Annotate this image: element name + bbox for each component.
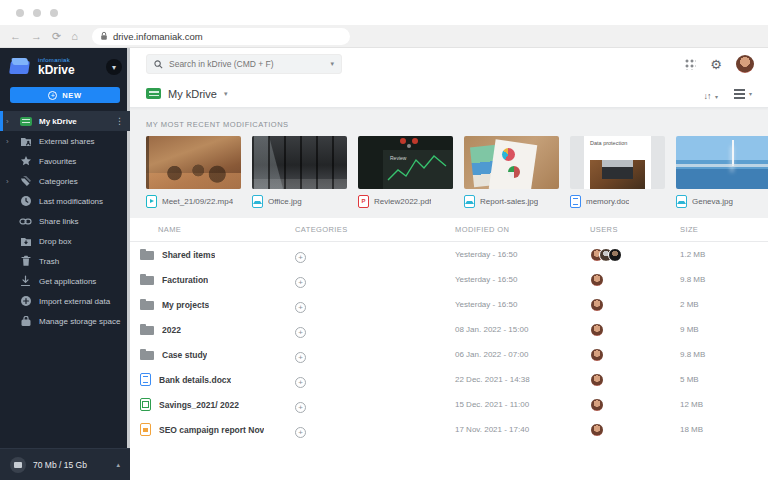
home-icon[interactable]: ⌂ (71, 31, 78, 42)
table-row[interactable]: SEO campaign report Nov + 17 Nov. 2021 -… (130, 417, 768, 442)
page-title[interactable]: My kDrive (168, 88, 217, 100)
column-header-users[interactable]: USERS (590, 225, 680, 234)
window-close-button[interactable] (16, 9, 24, 17)
sidebar-item-categories[interactable]: › Categories (0, 171, 130, 191)
table-header: NAME CATEGORIES MODIFIED ON USERS SIZE (130, 218, 768, 242)
kebab-menu-icon[interactable]: ⋮ (115, 116, 124, 126)
svg-text:Review: Review (390, 155, 407, 161)
search-filter-caret-icon[interactable]: ▾ (330, 60, 334, 68)
table-row[interactable]: My projects + Yesterday - 16:50 2 MB (130, 292, 768, 317)
forward-icon[interactable]: → (31, 31, 42, 42)
sidebar-item-import-external-data[interactable]: Import external data (0, 291, 130, 311)
sidebar-item-trash[interactable]: Trash (0, 251, 130, 271)
gear-icon[interactable]: ⚙ (710, 58, 722, 71)
chevron-down-icon[interactable]: ▾ (224, 90, 228, 98)
recent-section-title: MY MOST RECENT MODIFICATIONS (130, 120, 768, 129)
brand-product: kDrive (38, 64, 75, 77)
sidebar-item-share-links[interactable]: Share links (0, 211, 130, 231)
sidebar-item-my-kdrive[interactable]: › My kDrive ⋮ (0, 111, 130, 131)
recent-card-geneva[interactable]: Geneva.jpg (676, 136, 768, 208)
image-thumbnail (252, 136, 347, 189)
user-avatars (590, 373, 680, 387)
chevron-right-icon[interactable]: › (6, 117, 15, 126)
add-category-button[interactable]: + (295, 352, 306, 363)
sidebar-item-drop-box[interactable]: Drop box (0, 231, 130, 251)
column-header-name[interactable]: NAME (140, 225, 295, 234)
document-thumbnail: Data protection (570, 136, 665, 189)
recent-card-meet[interactable]: Meet_21/09/22.mp4 (146, 136, 241, 208)
browser-titlebar (0, 0, 768, 25)
view-mode-button[interactable]: ▾ (734, 89, 752, 99)
file-table: NAME CATEGORIES MODIFIED ON USERS SIZE S… (130, 218, 768, 480)
sidebar-nav: › My kDrive ⋮ › External shares Favourit… (0, 111, 130, 448)
spreadsheet-file-icon (140, 398, 151, 411)
recent-card-report-sales[interactable]: Report-sales.jpg (464, 136, 559, 208)
storage-bar[interactable]: 70 Mb / 15 Gb ▴ (0, 448, 130, 480)
clock-icon (19, 195, 32, 207)
search-field[interactable] (169, 59, 324, 69)
recent-card-memory[interactable]: Data protection memory.doc (570, 136, 665, 208)
column-header-size[interactable]: SIZE (680, 225, 768, 234)
plus-circle-icon: + (48, 91, 57, 100)
reload-icon[interactable]: ⟳ (52, 31, 61, 42)
user-avatars (590, 398, 680, 412)
table-row[interactable]: Facturation + Yesterday - 16:50 9.8 MB (130, 267, 768, 292)
add-category-button[interactable]: + (295, 377, 306, 388)
sidebar-item-get-applications[interactable]: Get applications (0, 271, 130, 291)
add-category-button[interactable]: + (295, 427, 306, 438)
recent-cards: Meet_21/09/22.mp4 Office.jpg (130, 136, 768, 208)
image-thumbnail (676, 136, 768, 189)
table-row[interactable]: Case study + 06 Jan. 2022 - 07:00 9.8 MB (130, 342, 768, 367)
sidebar-item-last-modifications[interactable]: Last modifications (0, 191, 130, 211)
sidebar-item-external-shares[interactable]: › External shares (0, 131, 130, 151)
search-input[interactable]: ▾ (146, 54, 342, 74)
user-avatar[interactable] (736, 55, 754, 73)
table-row[interactable]: Shared items + Yesterday - 16:50 1.2 MB (130, 242, 768, 267)
chevron-right-icon[interactable]: › (6, 137, 15, 146)
user-avatars (590, 423, 680, 437)
brand-header: infomaniak kDrive ▾ (0, 48, 130, 83)
storage-usage: 70 Mb / 15 Gb (33, 460, 87, 470)
table-row[interactable]: Bank details.docx + 22 Dec. 2021 - 14:38… (130, 367, 768, 392)
address-bar[interactable]: drive.infomaniak.com (92, 28, 350, 45)
column-header-modified-on[interactable]: MODIFIED ON (455, 225, 590, 234)
account-switcher-button[interactable]: ▾ (106, 59, 122, 75)
sidebar-item-manage-storage-space[interactable]: Manage storage space (0, 311, 130, 331)
add-category-button[interactable]: + (295, 277, 306, 288)
chevron-right-icon[interactable]: › (6, 177, 15, 186)
sidebar-item-favourites[interactable]: Favourites (0, 151, 130, 171)
link-icon (19, 217, 32, 226)
apps-grid-icon[interactable] (684, 58, 696, 70)
folder-icon (140, 324, 154, 335)
sort-button[interactable]: ↓↑ ▾ (704, 85, 718, 103)
new-button[interactable]: + NEW (10, 87, 120, 103)
column-header-categories[interactable]: CATEGORIES (295, 225, 455, 234)
lock-icon (100, 31, 108, 41)
trash-icon (19, 255, 32, 267)
image-file-icon (464, 195, 475, 208)
tags-icon (19, 175, 32, 187)
doc-file-icon (140, 373, 151, 386)
back-icon[interactable]: ← (10, 31, 21, 42)
image-file-icon (676, 195, 687, 208)
shared-folder-icon (19, 136, 32, 147)
caret-up-icon[interactable]: ▴ (116, 461, 120, 469)
table-row[interactable]: Savings_2021/ 2022 + 15 Dec. 2021 - 11:0… (130, 392, 768, 417)
recent-card-review[interactable]: Review Review2022.pdf (358, 136, 453, 208)
window-maximize-button[interactable] (50, 9, 58, 17)
pdf-thumbnail: Review (358, 136, 453, 189)
add-category-button[interactable]: + (295, 327, 306, 338)
image-thumbnail (464, 136, 559, 189)
recent-card-office[interactable]: Office.jpg (252, 136, 347, 208)
user-avatars (590, 323, 680, 337)
folder-icon (140, 299, 154, 310)
user-avatars (590, 273, 680, 287)
folder-icon (140, 349, 154, 360)
download-icon (19, 275, 32, 287)
add-category-button[interactable]: + (295, 252, 306, 263)
drive-icon (146, 88, 161, 99)
window-minimize-button[interactable] (33, 9, 41, 17)
table-row[interactable]: 2022 + 08 Jan. 2022 - 15:00 9 MB (130, 317, 768, 342)
add-category-button[interactable]: + (295, 402, 306, 413)
add-category-button[interactable]: + (295, 302, 306, 313)
